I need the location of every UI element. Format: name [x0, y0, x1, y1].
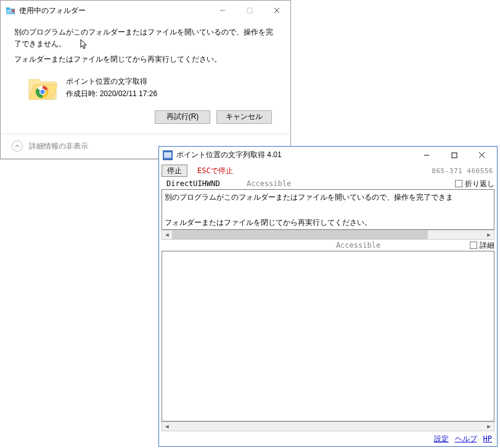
- api-label-1: Accessible: [247, 179, 455, 188]
- scroll-left-icon[interactable]: ◄: [162, 230, 172, 239]
- scroll-left-icon-2[interactable]: ◄: [162, 422, 172, 431]
- detail-text-box[interactable]: [162, 251, 494, 422]
- dialog-title-icon: [6, 6, 15, 15]
- chevron-up-icon[interactable]: [12, 141, 23, 152]
- cancel-button[interactable]: キャンセル: [216, 110, 272, 124]
- dialog-message-1: 別のプログラムがこのフォルダーまたはファイルを開いているので、操作を完了できませ…: [14, 26, 278, 50]
- string-capture-window: ポイント位置の文字列取得 4.01 停止 ESCで停止 865-371 4605…: [158, 146, 498, 447]
- dialog-item: ポイント位置の文字取得 作成日時: 2020/02/11 17:26: [14, 75, 278, 102]
- maximize-button[interactable]: [236, 1, 263, 20]
- scroll-right-icon[interactable]: ►: [484, 230, 494, 239]
- wrap-checkbox[interactable]: [455, 180, 462, 187]
- captured-text-box[interactable]: 別のプログラムがこのフォルダーまたはファイルを開いているので、操作を完了できま …: [162, 189, 494, 230]
- dialog-item-date: 作成日時: 2020/02/11 17:26: [66, 88, 157, 100]
- dialog-titlebar[interactable]: 使用中のフォルダー: [1, 1, 290, 20]
- tool-footer: 設定 ヘルプ HP: [159, 431, 497, 446]
- tool-title-text: ポイント位置の文字列取得 4.01: [176, 150, 412, 160]
- coords-readout: 865-371 460556: [432, 167, 497, 175]
- dialog-body: 別のプログラムがこのフォルダーまたはファイルを開いているので、操作を完了できませ…: [1, 20, 290, 134]
- close-button[interactable]: [263, 1, 290, 20]
- dialog-footer-link[interactable]: 詳細情報の非表示: [29, 141, 88, 152]
- svg-rect-12: [452, 153, 457, 158]
- detail-checkbox[interactable]: [470, 242, 477, 249]
- scroll-right-icon-2[interactable]: ►: [484, 422, 494, 431]
- folder-in-use-dialog: 使用中のフォルダー 別のプログラムがこのフォルダーまたはファイルを開いているので…: [0, 0, 291, 160]
- stop-button[interactable]: 停止: [162, 165, 187, 177]
- upper-horizontal-scrollbar[interactable]: ◄ ►: [162, 230, 494, 240]
- cursor-pointer-icon: [80, 39, 89, 50]
- tool-close-button[interactable]: [468, 147, 496, 163]
- dialog-title-text: 使用中のフォルダー: [19, 6, 209, 16]
- settings-link[interactable]: 設定: [434, 434, 449, 444]
- tool-info-row-1: DirectUIHWND Accessible 折り返し: [159, 178, 497, 189]
- tool-minimize-button[interactable]: [412, 147, 440, 163]
- detail-label: 詳細: [480, 240, 494, 251]
- help-link[interactable]: ヘルプ: [455, 434, 477, 444]
- tool-maximize-button[interactable]: [440, 147, 468, 163]
- wrap-label: 折り返し: [465, 179, 494, 189]
- tool-titlebar[interactable]: ポイント位置の文字列取得 4.01: [159, 147, 497, 163]
- minimize-button[interactable]: [209, 1, 236, 20]
- api-label-2: Accessible: [247, 241, 470, 250]
- svg-rect-9: [164, 152, 171, 157]
- lower-horizontal-scrollbar[interactable]: ◄ ►: [162, 422, 494, 431]
- dialog-message-2: フォルダーまたはファイルを閉じてから再実行してください。: [14, 54, 278, 65]
- window-class-label: DirectUIHWND: [166, 179, 247, 188]
- folder-chrome-icon: [28, 75, 57, 102]
- scrollbar-thumb[interactable]: [172, 230, 428, 239]
- retry-button[interactable]: 再試行(R): [155, 110, 210, 124]
- tool-app-icon: [163, 150, 173, 160]
- hp-link[interactable]: HP: [483, 434, 492, 443]
- tool-info-row-2: Accessible 詳細: [159, 240, 497, 251]
- svg-rect-3: [247, 8, 252, 13]
- dialog-item-name: ポイント位置の文字取得: [66, 76, 157, 88]
- esc-hint-label: ESCで停止: [197, 166, 233, 176]
- tool-toolbar: 停止 ESCで停止 865-371 460556: [159, 163, 497, 178]
- svg-rect-10: [164, 157, 171, 158]
